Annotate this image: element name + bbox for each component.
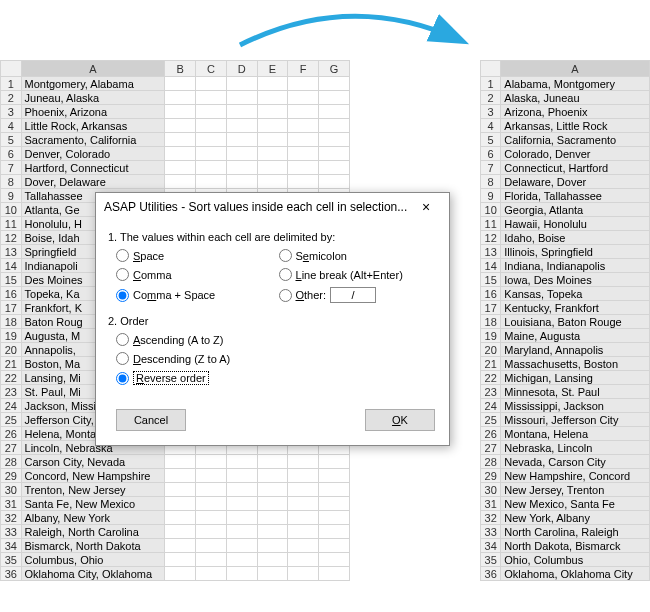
cell[interactable] bbox=[196, 567, 227, 581]
row-header[interactable]: 23 bbox=[481, 385, 501, 399]
cell[interactable]: New Mexico, Santa Fe bbox=[501, 497, 649, 511]
select-all-corner[interactable] bbox=[1, 61, 22, 77]
cell[interactable]: Oklahoma City, Oklahoma bbox=[21, 567, 165, 581]
cell[interactable]: Mississippi, Jackson bbox=[501, 399, 649, 413]
cell[interactable]: Trenton, New Jersey bbox=[21, 483, 165, 497]
cell[interactable]: Phoenix, Arizona bbox=[21, 105, 165, 119]
row-header[interactable]: 10 bbox=[1, 203, 22, 217]
row-header[interactable]: 18 bbox=[1, 315, 22, 329]
radio-space[interactable]: Space bbox=[116, 249, 275, 262]
row-header[interactable]: 18 bbox=[481, 315, 501, 329]
cell[interactable]: Little Rock, Arkansas bbox=[21, 119, 165, 133]
cell[interactable]: Delaware, Dover bbox=[501, 175, 649, 189]
cell[interactable] bbox=[288, 497, 319, 511]
row-header[interactable]: 13 bbox=[481, 245, 501, 259]
cell[interactable]: Sacramento, California bbox=[21, 133, 165, 147]
row-header[interactable]: 30 bbox=[481, 483, 501, 497]
cell[interactable] bbox=[288, 483, 319, 497]
cell[interactable] bbox=[226, 105, 257, 119]
row-header[interactable]: 36 bbox=[481, 567, 501, 581]
cell[interactable]: Raleigh, North Carolina bbox=[21, 525, 165, 539]
row-header[interactable]: 1 bbox=[1, 77, 22, 91]
cell[interactable]: Columbus, Ohio bbox=[21, 553, 165, 567]
cell[interactable] bbox=[319, 469, 350, 483]
cell[interactable] bbox=[165, 455, 196, 469]
cell[interactable] bbox=[288, 119, 319, 133]
row-header[interactable]: 22 bbox=[481, 371, 501, 385]
row-header[interactable]: 34 bbox=[1, 539, 22, 553]
cell[interactable] bbox=[165, 483, 196, 497]
cell[interactable] bbox=[257, 77, 288, 91]
row-header[interactable]: 1 bbox=[481, 77, 501, 91]
column-header[interactable]: B bbox=[165, 61, 196, 77]
cell[interactable] bbox=[319, 105, 350, 119]
row-header[interactable]: 6 bbox=[1, 147, 22, 161]
row-header[interactable]: 24 bbox=[1, 399, 22, 413]
row-header[interactable]: 3 bbox=[1, 105, 22, 119]
cell[interactable] bbox=[288, 539, 319, 553]
row-header[interactable]: 20 bbox=[481, 343, 501, 357]
cell[interactable]: New Jersey, Trenton bbox=[501, 483, 649, 497]
cell[interactable] bbox=[257, 511, 288, 525]
cell[interactable] bbox=[288, 455, 319, 469]
row-header[interactable]: 33 bbox=[1, 525, 22, 539]
cell[interactable]: Indiana, Indianapolis bbox=[501, 259, 649, 273]
cell[interactable] bbox=[226, 77, 257, 91]
radio-reverse[interactable]: Reverse order bbox=[116, 371, 437, 385]
cell[interactable]: Arizona, Phoenix bbox=[501, 105, 649, 119]
cell[interactable] bbox=[196, 77, 227, 91]
cell[interactable] bbox=[257, 147, 288, 161]
cell[interactable]: Ohio, Columbus bbox=[501, 553, 649, 567]
cell[interactable]: Colorado, Denver bbox=[501, 147, 649, 161]
cell[interactable]: Minnesota, St. Paul bbox=[501, 385, 649, 399]
cell[interactable]: Georgia, Atlanta bbox=[501, 203, 649, 217]
radio-ascending[interactable]: Ascending (A to Z) bbox=[116, 333, 437, 346]
row-header[interactable]: 31 bbox=[1, 497, 22, 511]
cell[interactable] bbox=[196, 119, 227, 133]
cell[interactable] bbox=[226, 511, 257, 525]
row-header[interactable]: 5 bbox=[481, 133, 501, 147]
cell[interactable] bbox=[196, 147, 227, 161]
cell[interactable] bbox=[196, 553, 227, 567]
cell[interactable] bbox=[196, 483, 227, 497]
row-header[interactable]: 29 bbox=[1, 469, 22, 483]
cell[interactable] bbox=[288, 553, 319, 567]
cell[interactable]: Montana, Helena bbox=[501, 427, 649, 441]
cell[interactable] bbox=[257, 175, 288, 189]
row-header[interactable]: 14 bbox=[481, 259, 501, 273]
row-header[interactable]: 10 bbox=[481, 203, 501, 217]
row-header[interactable]: 7 bbox=[1, 161, 22, 175]
cell[interactable]: Concord, New Hampshire bbox=[21, 469, 165, 483]
cell[interactable] bbox=[165, 553, 196, 567]
row-header[interactable]: 17 bbox=[481, 301, 501, 315]
cell[interactable]: Alaska, Juneau bbox=[501, 91, 649, 105]
cell[interactable] bbox=[257, 483, 288, 497]
cell[interactable] bbox=[226, 525, 257, 539]
row-header[interactable]: 21 bbox=[481, 357, 501, 371]
cell[interactable] bbox=[288, 161, 319, 175]
cell[interactable] bbox=[319, 483, 350, 497]
cell[interactable]: Louisiana, Baton Rouge bbox=[501, 315, 649, 329]
cell[interactable] bbox=[319, 91, 350, 105]
cell[interactable]: North Carolina, Raleigh bbox=[501, 525, 649, 539]
row-header[interactable]: 19 bbox=[1, 329, 22, 343]
row-header[interactable]: 15 bbox=[1, 273, 22, 287]
ok-button[interactable]: OK bbox=[365, 409, 435, 431]
cancel-button[interactable]: Cancel bbox=[116, 409, 186, 431]
radio-descending[interactable]: Descending (Z to A) bbox=[116, 352, 437, 365]
radio-other[interactable]: Other: bbox=[279, 287, 438, 303]
cell[interactable] bbox=[226, 175, 257, 189]
cell[interactable] bbox=[319, 497, 350, 511]
row-header[interactable]: 28 bbox=[1, 455, 22, 469]
cell[interactable] bbox=[165, 539, 196, 553]
cell[interactable] bbox=[226, 147, 257, 161]
row-header[interactable]: 27 bbox=[1, 441, 22, 455]
cell[interactable] bbox=[165, 497, 196, 511]
column-header[interactable]: F bbox=[288, 61, 319, 77]
cell[interactable]: Albany, New York bbox=[21, 511, 165, 525]
cell[interactable] bbox=[257, 119, 288, 133]
cell[interactable] bbox=[196, 511, 227, 525]
row-header[interactable]: 26 bbox=[481, 427, 501, 441]
row-header[interactable]: 15 bbox=[481, 273, 501, 287]
cell[interactable] bbox=[196, 133, 227, 147]
